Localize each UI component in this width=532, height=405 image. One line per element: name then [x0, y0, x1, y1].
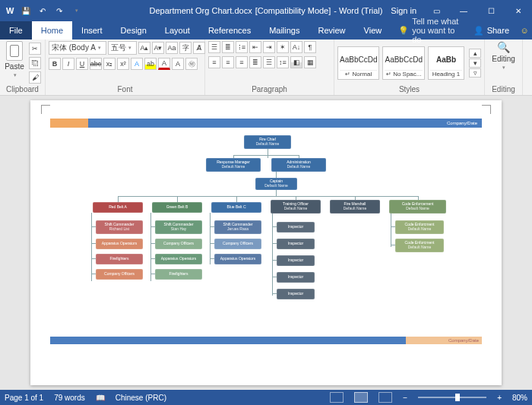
- paste-button[interactable]: Paste▾: [3, 41, 26, 78]
- distributed-button[interactable]: ☰: [263, 56, 275, 68]
- sort-button[interactable]: A↓: [290, 41, 302, 53]
- proofing-icon[interactable]: 📖: [96, 394, 105, 402]
- tab-references[interactable]: References: [199, 21, 260, 40]
- align-right-button[interactable]: ≡: [236, 56, 248, 68]
- org-node-fm[interactable]: Fire MarshallDefault Name: [330, 200, 380, 214]
- italic-button[interactable]: I: [62, 58, 74, 70]
- org-node-bc3[interactable]: Apparatus Operators: [214, 254, 261, 264]
- org-node-ra3[interactable]: Firefighters: [96, 254, 143, 264]
- org-node-ra1[interactable]: Shift CommanderRichard List: [96, 220, 143, 234]
- org-node-ra2[interactable]: Apparatus Operators: [96, 239, 143, 249]
- cut-button[interactable]: ✂: [29, 43, 41, 55]
- line-spacing-button[interactable]: ↕≡: [277, 56, 289, 68]
- justify-button[interactable]: ≣: [249, 56, 261, 68]
- status-page[interactable]: Page 1 of 1: [5, 394, 43, 402]
- maximize-icon[interactable]: ☐: [477, 0, 505, 21]
- zoom-slider[interactable]: [418, 397, 486, 398]
- grow-font-button[interactable]: A▴: [138, 42, 150, 54]
- zoom-out-button[interactable]: −: [403, 394, 407, 402]
- org-node-gb3[interactable]: Apparatus Operators: [155, 254, 202, 264]
- share-button[interactable]: 👤 Share: [466, 21, 517, 40]
- phonetic-guide-button[interactable]: 字: [179, 42, 192, 54]
- org-node-gb2[interactable]: Company Officers: [155, 239, 202, 249]
- read-mode-button[interactable]: [330, 392, 344, 403]
- sign-in-link[interactable]: Sign in: [391, 6, 416, 15]
- tab-layout[interactable]: Layout: [156, 21, 199, 40]
- tell-me-search[interactable]: 💡 Tell me what you want to do: [391, 21, 465, 40]
- org-node-ra4[interactable]: Company Officers: [96, 269, 143, 280]
- print-layout-button[interactable]: [354, 392, 368, 403]
- text-effects-button[interactable]: A: [131, 58, 143, 70]
- qat-undo[interactable]: ↶: [35, 3, 50, 18]
- tab-file[interactable]: File: [0, 21, 32, 40]
- styles-row-down[interactable]: ▾: [469, 59, 481, 68]
- align-center-button[interactable]: ≡: [222, 56, 234, 68]
- underline-button[interactable]: U: [76, 58, 88, 70]
- zoom-level[interactable]: 80%: [512, 394, 527, 402]
- qat-customize[interactable]: ▾: [69, 3, 84, 18]
- org-chart[interactable]: Fire ChiefDefault NameResponse ManagerDe…: [50, 135, 482, 329]
- multilevel-list-button[interactable]: ⫶≡: [236, 41, 248, 53]
- styles-row-up[interactable]: ▴: [469, 49, 481, 58]
- qat-redo[interactable]: ↷: [52, 3, 67, 18]
- tab-insert[interactable]: Insert: [72, 21, 112, 40]
- web-layout-button[interactable]: [378, 392, 392, 403]
- org-node-gb4[interactable]: Firefighters: [155, 269, 202, 280]
- strikethrough-button[interactable]: abc: [90, 58, 102, 70]
- close-icon[interactable]: ✕: [505, 0, 532, 21]
- feedback-smiley-icon[interactable]: ☺: [517, 21, 532, 40]
- tab-review[interactable]: Review: [309, 21, 355, 40]
- borders-button[interactable]: ▦: [304, 56, 316, 68]
- enclose-characters-button[interactable]: ㊕: [185, 58, 198, 70]
- org-node-to1[interactable]: Inspector: [277, 222, 315, 233]
- document-area[interactable]: Company/Date Fire ChiefDefault NameRespo…: [0, 96, 532, 390]
- org-node-capt[interactable]: CaptainDefault Name: [255, 178, 297, 190]
- copy-button[interactable]: ⿻: [29, 57, 41, 69]
- org-node-to2[interactable]: Inspector: [277, 239, 315, 249]
- org-node-chief[interactable]: Fire ChiefDefault Name: [244, 135, 291, 149]
- editing-button[interactable]: 🔍 Editing▾: [492, 41, 515, 71]
- numbering-button[interactable]: ≣: [222, 41, 234, 53]
- character-shading-button[interactable]: A: [172, 58, 184, 70]
- tab-design[interactable]: Design: [112, 21, 156, 40]
- qat-save[interactable]: 💾: [18, 3, 33, 18]
- highlight-button[interactable]: ab: [144, 58, 157, 70]
- shading-button[interactable]: ◧: [290, 56, 302, 68]
- align-left-button[interactable]: ≡: [208, 56, 220, 68]
- org-node-bc2[interactable]: Company Officers: [214, 239, 261, 249]
- increase-indent-button[interactable]: ⇥: [263, 41, 275, 53]
- bullets-button[interactable]: ☰: [208, 41, 220, 53]
- org-node-ce2[interactable]: Code EnforcmentDefault Name: [395, 239, 444, 252]
- change-case-button[interactable]: Aa: [166, 42, 178, 54]
- show-marks-button[interactable]: ¶: [304, 41, 316, 53]
- shrink-font-button[interactable]: A▾: [152, 42, 164, 54]
- tab-home[interactable]: Home: [32, 21, 72, 40]
- tab-view[interactable]: View: [355, 21, 391, 40]
- org-node-ce[interactable]: Code EnforcementDefault Name: [389, 200, 446, 214]
- org-node-to4[interactable]: Inspector: [277, 272, 315, 283]
- org-node-bc1[interactable]: Shift CommanderJerues Rasa: [214, 220, 261, 234]
- zoom-in-button[interactable]: +: [497, 394, 502, 402]
- subscript-button[interactable]: x₂: [103, 58, 116, 70]
- org-node-ra[interactable]: Red Belt A: [93, 202, 143, 213]
- org-node-bc[interactable]: Blue Belt C: [211, 202, 261, 213]
- org-node-gb1[interactable]: Shift CommanderStan Hay: [155, 220, 202, 234]
- org-node-admin[interactable]: AdministrationDefault Name: [271, 158, 326, 172]
- styles-more[interactable]: ▿: [469, 68, 481, 78]
- format-painter-button[interactable]: 🖌: [29, 71, 41, 84]
- font-size-select[interactable]: 五号▾: [108, 41, 137, 55]
- org-node-to3[interactable]: Inspector: [277, 255, 315, 266]
- style-no-spacing[interactable]: AaBbCcDd ↵ No Spac...: [382, 46, 424, 80]
- bold-button[interactable]: B: [49, 58, 61, 70]
- org-node-rm[interactable]: Response ManagerDefault Name: [206, 158, 261, 172]
- font-color-button[interactable]: A: [158, 58, 170, 70]
- superscript-button[interactable]: x²: [117, 58, 129, 70]
- style-normal[interactable]: AaBbCcDd ↵ Normal: [337, 46, 379, 80]
- org-node-to5[interactable]: Inspector: [277, 289, 315, 299]
- status-word-count[interactable]: 79 words: [54, 394, 85, 402]
- org-node-to[interactable]: Training OfficerDefault Name: [271, 200, 321, 214]
- font-family-select[interactable]: 宋体 (Body A▾: [49, 41, 106, 55]
- status-language[interactable]: Chinese (PRC): [116, 394, 166, 402]
- clear-formatting-button[interactable]: A̸: [193, 42, 205, 54]
- org-node-gb[interactable]: Green Belt B: [152, 202, 202, 213]
